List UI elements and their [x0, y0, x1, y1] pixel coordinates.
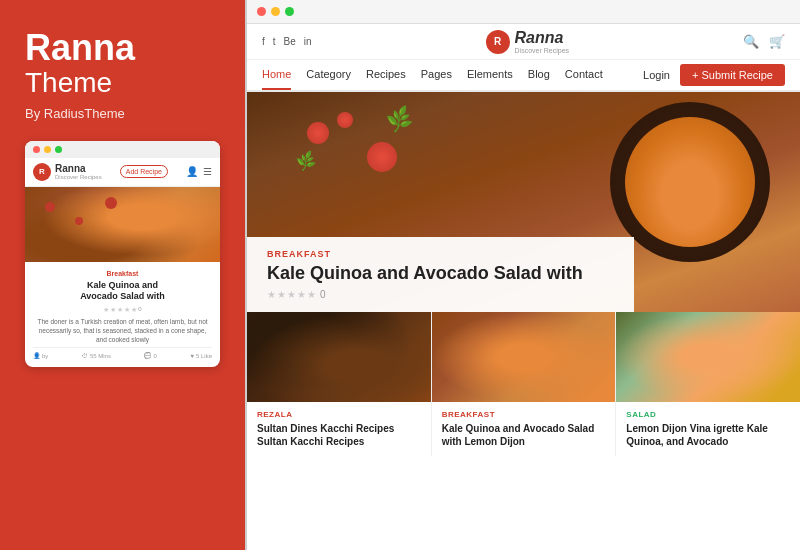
- hero-star-1: ★: [267, 289, 276, 300]
- mini-logo-text: Ranna: [55, 163, 102, 174]
- social-facebook-icon[interactable]: f: [262, 36, 265, 47]
- brand-name: Ranna: [25, 30, 220, 66]
- cart-button[interactable]: 🛒: [769, 34, 785, 49]
- hero-star-2: ★: [277, 289, 286, 300]
- grid-food-detail-1: [247, 312, 431, 402]
- grid-food-detail-3: [616, 312, 800, 402]
- grid-card-image-1: [247, 312, 431, 402]
- hero-rating-count: 0: [320, 289, 326, 300]
- mini-card-desc: The doner is a Turkish creation of meat,…: [33, 317, 212, 344]
- nav-category[interactable]: Category: [306, 60, 351, 90]
- by-label: By RadiusTheme: [25, 106, 220, 121]
- mini-logo-icon: R: [33, 163, 51, 181]
- hero-title: Kale Quinoa and Avocado Salad with: [267, 263, 614, 285]
- mini-browser-mockup: R Ranna Discover Recipes Add Recipe 👤 ☰ …: [25, 141, 220, 368]
- grid-card-image-2: [432, 312, 616, 402]
- mini-nav: R Ranna Discover Recipes Add Recipe 👤 ☰: [25, 158, 220, 187]
- mini-hero-pasta-overlay: [25, 187, 220, 262]
- hero-stars: ★ ★ ★ ★ ★: [267, 289, 316, 300]
- mini-tomato-1: [45, 202, 55, 212]
- mini-clock-icon: ⏱: [82, 353, 88, 359]
- mini-nav-icons: 👤 ☰: [186, 166, 212, 177]
- nav-links: Home Category Recipes Pages Elements Blo…: [262, 60, 603, 90]
- mini-star-5: ★: [131, 306, 137, 314]
- brand-title: Ranna Theme By RadiusTheme: [25, 30, 220, 121]
- search-button[interactable]: 🔍: [743, 34, 759, 49]
- grid-card-3: Salad Lemon Dijon Vina igrette Kale Quin…: [616, 312, 800, 456]
- grid-card-category-1: Rezala: [257, 410, 421, 419]
- hero-star-3: ★: [287, 289, 296, 300]
- grid-card-title-1: Sultan Dines Kacchi Recipes Sultan Kacch…: [257, 422, 421, 448]
- nav-home[interactable]: Home: [262, 60, 291, 90]
- social-twitter-icon[interactable]: t: [273, 36, 276, 47]
- chrome-dot-green: [285, 7, 294, 16]
- submit-recipe-button[interactable]: Submit Recipe: [680, 64, 785, 86]
- site-logo-text: Ranna: [515, 29, 569, 47]
- nav-contact[interactable]: Contact: [565, 60, 603, 90]
- mini-by-label: by: [42, 353, 48, 359]
- grid-card-body-3: Salad Lemon Dijon Vina igrette Kale Quin…: [616, 402, 800, 456]
- nav-pages[interactable]: Pages: [421, 60, 452, 90]
- mini-dot-yellow: [44, 146, 51, 153]
- chrome-dot-red: [257, 7, 266, 16]
- site-top-actions: 🔍 🛒: [743, 34, 785, 49]
- mini-add-recipe-button[interactable]: Add Recipe: [120, 165, 168, 178]
- mini-tomato-3: [105, 197, 117, 209]
- social-behance-icon[interactable]: Be: [284, 36, 296, 47]
- mini-comments-count: 0: [153, 353, 156, 359]
- grid-card-category-2: Breakfast: [442, 410, 606, 419]
- mini-meta: 👤 by ⏱ 55 Mins 💬 0 ♥ 5 Like: [33, 347, 212, 359]
- hero-category: Breakfast: [267, 249, 614, 259]
- right-panel: f t Be in R Ranna Discover Recipes 🔍 🛒 H…: [245, 0, 800, 550]
- grid-card-body-2: Breakfast Kale Quinoa and Avocado Salad …: [432, 402, 616, 456]
- mini-card-content: Breakfast Kale Quinoa andAvocado Salad w…: [25, 262, 220, 368]
- pasta-fill: [625, 117, 755, 247]
- hero-star-5: ★: [307, 289, 316, 300]
- site-logo-sub: Discover Recipes: [515, 47, 569, 54]
- nav-right: Login Submit Recipe: [643, 64, 785, 86]
- mini-card-category: Breakfast: [33, 270, 212, 277]
- social-linkedin-icon[interactable]: in: [304, 36, 312, 47]
- mini-logo: R Ranna Discover Recipes: [33, 163, 102, 181]
- browser-chrome: [247, 0, 800, 24]
- mini-user-icon-sm: 👤: [33, 352, 40, 359]
- grid-card-title-3: Lemon Dijon Vina igrette Kale Quinoa, an…: [626, 422, 790, 448]
- mini-star-2: ★: [110, 306, 116, 314]
- mini-dot-green: [55, 146, 62, 153]
- site-logo: R Ranna Discover Recipes: [486, 29, 569, 54]
- mini-user-icon: 👤: [186, 166, 198, 177]
- mini-star-1: ★: [103, 306, 109, 314]
- hero-star-4: ★: [297, 289, 306, 300]
- grid-card-category-3: Salad: [626, 410, 790, 419]
- hero-rating: ★ ★ ★ ★ ★ 0: [267, 289, 614, 300]
- site-nav: Home Category Recipes Pages Elements Blo…: [247, 60, 800, 92]
- mini-meta-time: ⏱ 55 Mins: [82, 353, 111, 359]
- mini-hero-image: [25, 187, 220, 262]
- mini-comment-icon: 💬: [144, 352, 151, 359]
- nav-blog[interactable]: Blog: [528, 60, 550, 90]
- social-icons: f t Be in: [262, 36, 312, 47]
- chrome-dot-yellow: [271, 7, 280, 16]
- site-logo-icon: R: [486, 30, 510, 54]
- hero-overlay: Breakfast Kale Quinoa and Avocado Salad …: [247, 237, 634, 312]
- mini-time-value: 55 Mins: [90, 353, 111, 359]
- grid-section: Rezala Sultan Dines Kacchi Recipes Sulta…: [247, 312, 800, 456]
- mini-meta-likes: ♥ 5 Like: [190, 353, 212, 359]
- mini-dot-red: [33, 146, 40, 153]
- grid-card-2: Breakfast Kale Quinoa and Avocado Salad …: [432, 312, 616, 456]
- hero-tomato-3: [337, 112, 353, 128]
- mini-rating-count: 0: [138, 306, 141, 314]
- grid-food-detail-2: [432, 312, 616, 402]
- theme-label: Theme: [25, 66, 220, 100]
- mini-meta-by: 👤 by: [33, 352, 48, 359]
- hero-tomato-2: [367, 142, 397, 172]
- mini-browser-bar: [25, 141, 220, 158]
- nav-recipes[interactable]: Recipes: [366, 60, 406, 90]
- mini-likes-count: 5 Like: [196, 353, 212, 359]
- mini-card-title: Kale Quinoa andAvocado Salad with: [33, 280, 212, 303]
- hero-herb-1: 🌿: [384, 103, 416, 134]
- mini-rating: ★ ★ ★ ★ ★ 0: [33, 306, 212, 314]
- nav-elements[interactable]: Elements: [467, 60, 513, 90]
- login-link[interactable]: Login: [643, 69, 670, 81]
- site-top-bar: f t Be in R Ranna Discover Recipes 🔍 🛒: [247, 24, 800, 60]
